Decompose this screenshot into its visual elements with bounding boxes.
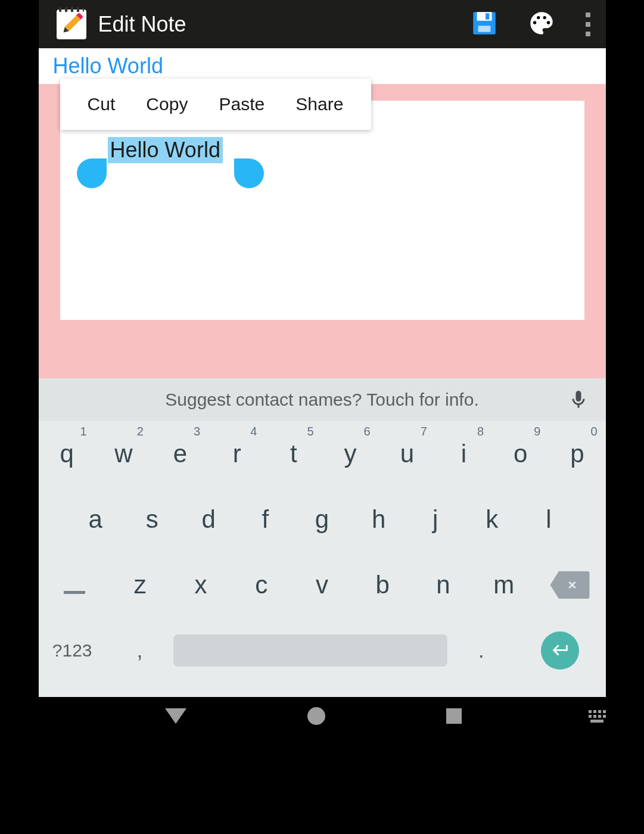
nav-back-button[interactable]: [165, 708, 186, 724]
key-y-alt: 6: [364, 425, 371, 438]
key-r-alt: 4: [250, 425, 257, 438]
key-p-alt: 0: [590, 425, 597, 438]
backspace-icon: ×: [550, 571, 590, 599]
key-q-alt: 1: [80, 425, 87, 438]
key-z[interactable]: z: [110, 552, 171, 618]
note-title-text: Hello World: [53, 54, 163, 79]
comma-key[interactable]: ,: [106, 618, 173, 683]
key-u[interactable]: u7: [379, 421, 435, 487]
key-m[interactable]: m: [474, 552, 534, 618]
system-nav-bar: [39, 697, 606, 735]
shift-key[interactable]: [39, 552, 110, 618]
key-i[interactable]: i8: [435, 421, 492, 487]
key-f[interactable]: f: [237, 487, 294, 552]
key-t[interactable]: t5: [265, 421, 322, 487]
svg-rect-3: [486, 13, 489, 19]
svg-rect-2: [478, 26, 490, 32]
svg-point-4: [533, 21, 536, 24]
key-h[interactable]: h: [350, 487, 407, 552]
key-t-alt: 5: [307, 425, 313, 438]
context-share[interactable]: Share: [295, 94, 343, 114]
key-e[interactable]: e3: [152, 421, 209, 487]
key-s[interactable]: s: [124, 487, 181, 552]
key-d[interactable]: d: [181, 487, 237, 552]
period-key[interactable]: .: [447, 618, 515, 683]
voice-input-button[interactable]: [568, 389, 589, 413]
svg-point-7: [546, 21, 549, 24]
key-o-alt: 9: [534, 425, 540, 438]
svg-point-6: [543, 15, 546, 18]
key-l[interactable]: l: [520, 487, 577, 552]
selection-handle-end[interactable]: [234, 158, 264, 188]
symbols-key[interactable]: ?123: [39, 618, 106, 683]
key-v[interactable]: v: [292, 552, 353, 618]
more-vert-icon: [586, 13, 590, 17]
note-body-field[interactable]: [60, 101, 584, 320]
context-cut[interactable]: Cut: [88, 94, 116, 114]
key-n[interactable]: n: [413, 552, 474, 618]
key-w[interactable]: w2: [95, 421, 152, 487]
selection-handle-start[interactable]: [77, 158, 107, 188]
context-paste[interactable]: Paste: [219, 94, 265, 114]
key-k[interactable]: k: [463, 487, 520, 552]
key-u-alt: 7: [421, 425, 427, 438]
key-a[interactable]: a: [67, 487, 124, 552]
soft-keyboard: Suggest contact names? Touch for info. q…: [39, 378, 606, 697]
save-icon: [469, 8, 499, 41]
key-e-alt: 3: [194, 425, 200, 438]
enter-icon: [550, 639, 570, 662]
palette-button[interactable]: [513, 0, 570, 48]
suggestion-text: Suggest contact names? Touch for info.: [39, 390, 606, 410]
key-r[interactable]: r4: [209, 421, 265, 487]
key-p[interactable]: p0: [549, 421, 605, 487]
svg-point-5: [537, 15, 540, 18]
app-icon: [57, 10, 86, 39]
suggestion-bar[interactable]: Suggest contact names? Touch for info.: [39, 378, 606, 421]
text-context-menu: Cut Copy Paste Share: [60, 79, 371, 130]
key-c[interactable]: c: [231, 552, 292, 618]
context-copy[interactable]: Copy: [146, 94, 188, 114]
svg-rect-1: [477, 12, 491, 21]
palette-icon: [527, 8, 556, 41]
backspace-key[interactable]: ×: [534, 552, 606, 618]
key-i-alt: 8: [477, 425, 484, 438]
nav-keyboard-switch-button[interactable]: [589, 710, 606, 723]
selected-text[interactable]: Hello World: [108, 137, 223, 163]
key-w-alt: 2: [137, 425, 144, 438]
overflow-menu-button[interactable]: [570, 0, 606, 48]
save-button[interactable]: [456, 0, 513, 48]
app-bar: Edit Note: [39, 0, 606, 48]
nav-home-button[interactable]: [307, 707, 325, 725]
key-j[interactable]: j: [407, 487, 463, 552]
selected-text-wrapper: Hello World: [108, 137, 223, 163]
key-o[interactable]: o9: [492, 421, 549, 487]
space-key[interactable]: [173, 618, 447, 683]
key-y[interactable]: y6: [322, 421, 379, 487]
enter-key[interactable]: [515, 618, 605, 683]
key-b[interactable]: b: [352, 552, 413, 618]
key-g[interactable]: g: [294, 487, 350, 552]
app-title: Edit Note: [98, 12, 186, 37]
nav-recent-button[interactable]: [446, 708, 462, 724]
key-x[interactable]: x: [170, 552, 231, 618]
mic-icon: [568, 402, 589, 412]
key-q[interactable]: q1: [39, 421, 95, 487]
